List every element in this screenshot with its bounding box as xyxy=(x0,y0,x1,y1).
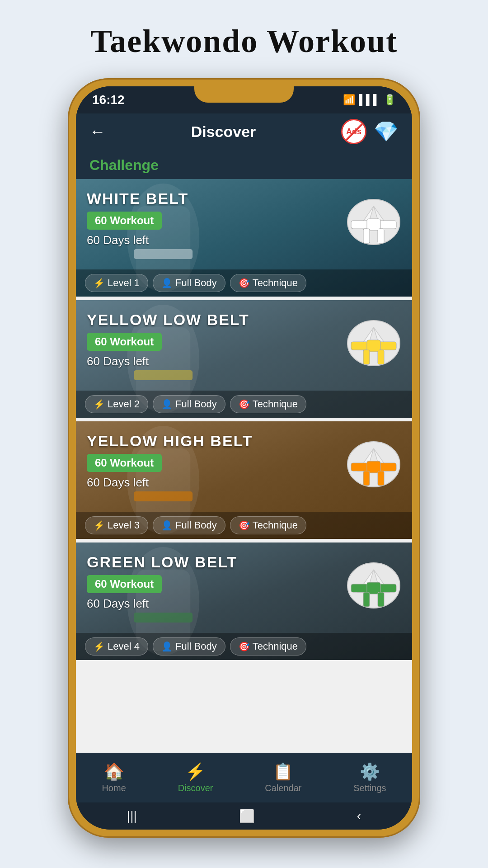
belt-info-yellow-high-belt: 60 Workout 60 Days left xyxy=(87,454,162,490)
belt-illustration-yellow-low-belt xyxy=(344,309,403,368)
nav-settings-label: Settings xyxy=(353,783,386,793)
workout-badge-yellow-low-belt: 60 Workout xyxy=(87,333,162,351)
tag-icon: 👤 xyxy=(161,278,173,288)
days-left-yellow-low-belt: 60 Days left xyxy=(87,354,162,368)
tag-label: Technique xyxy=(253,519,298,531)
settings-icon: ⚙️ xyxy=(360,762,380,781)
tag-icon: ⚡ xyxy=(94,278,105,288)
belt-tag: 👤 Full Body xyxy=(153,395,225,413)
belt-tag: ⚡ Level 2 xyxy=(85,395,148,413)
svg-rect-23 xyxy=(378,471,384,486)
tag-icon: ⚡ xyxy=(94,399,105,410)
recent-gesture-icon: ‹ xyxy=(357,809,361,823)
tag-label: Full Body xyxy=(175,277,217,289)
home-icon: 🏠 xyxy=(104,762,124,781)
header-actions: Ads 💎 xyxy=(341,119,399,144)
svg-rect-31 xyxy=(378,592,384,607)
belt-tags-white-belt: ⚡ Level 1 👤 Full Body 🎯 Technique xyxy=(76,269,412,297)
belt-title-yellow-high-belt: YELLOW HIGH BELT xyxy=(76,432,264,453)
belt-cards-list: WHITE BELT 60 Workout 60 Days left xyxy=(76,179,412,660)
days-left-green-low-belt: 60 Days left xyxy=(87,597,162,611)
calendar-icon: 📋 xyxy=(273,762,293,781)
app-title: Taekwondo Workout xyxy=(90,23,398,60)
phone-screen: 16:12 📶 ▌▌▌ 🔋 ← Discover Ads 💎 Challenge xyxy=(76,86,412,830)
svg-rect-22 xyxy=(363,471,370,486)
belt-tags-yellow-low-belt: ⚡ Level 2 👤 Full Body 🎯 Technique xyxy=(76,391,412,418)
svg-rect-7 xyxy=(378,229,384,243)
tag-icon: 👤 xyxy=(161,641,173,652)
tag-label: Full Body xyxy=(175,398,217,410)
back-button[interactable]: ← xyxy=(89,122,106,141)
tag-icon: ⚡ xyxy=(94,641,105,652)
workout-badge-green-low-belt: 60 Workout xyxy=(87,575,162,593)
belt-tag: ⚡ Level 3 xyxy=(85,516,148,534)
nav-discover[interactable]: ⚡ Discover xyxy=(178,762,213,793)
tag-label: Full Body xyxy=(175,641,217,652)
premium-diamond-icon[interactable]: 💎 xyxy=(374,120,399,143)
app-header: ← Discover Ads 💎 xyxy=(76,113,412,150)
tag-label: Technique xyxy=(253,398,298,410)
belt-card-yellow-low-belt[interactable]: YELLOW LOW BELT 60 Workout 60 Days left xyxy=(76,300,412,418)
tag-label: Full Body xyxy=(175,519,217,531)
svg-rect-14 xyxy=(363,350,370,364)
belt-illustration-green-low-belt xyxy=(344,552,403,610)
tag-label: Technique xyxy=(253,277,298,289)
belt-card-white-belt[interactable]: WHITE BELT 60 Workout 60 Days left xyxy=(76,179,412,297)
nav-discover-label: Discover xyxy=(178,783,213,793)
tag-label: Level 4 xyxy=(108,641,140,652)
home-gesture-icon: ⬜ xyxy=(239,809,255,824)
belt-tag: 👤 Full Body xyxy=(153,274,225,292)
tag-icon: 🎯 xyxy=(239,641,250,652)
belt-illustration-white-belt xyxy=(344,188,403,247)
belt-info-white-belt: 60 Workout 60 Days left xyxy=(87,212,162,247)
nav-home[interactable]: 🏠 Home xyxy=(102,762,126,793)
workout-badge-white-belt: 60 Workout xyxy=(87,212,162,230)
tag-label: Level 2 xyxy=(108,398,140,410)
svg-rect-15 xyxy=(378,350,384,364)
belt-card-yellow-high-belt[interactable]: YELLOW HIGH BELT 60 Workout 60 Days left xyxy=(76,421,412,539)
nav-settings[interactable]: ⚙️ Settings xyxy=(353,762,386,793)
belt-title-green-low-belt: GREEN LOW BELT xyxy=(76,553,248,575)
belt-tag: ⚡ Level 1 xyxy=(85,274,148,292)
tag-label: Level 1 xyxy=(108,277,140,289)
tag-icon: 🎯 xyxy=(239,399,250,410)
section-header: Challenge xyxy=(76,150,412,179)
belt-tag: 🎯 Technique xyxy=(230,516,306,534)
nav-calendar[interactable]: 📋 Calendar xyxy=(265,762,301,793)
notch xyxy=(194,86,294,103)
belt-tag: ⚡ Level 4 xyxy=(85,637,148,656)
tag-icon: 🎯 xyxy=(239,278,250,288)
svg-rect-18 xyxy=(134,491,192,501)
tag-label: Level 3 xyxy=(108,519,140,531)
bottom-nav: 🏠 Home ⚡ Discover 📋 Calendar ⚙️ Settings xyxy=(76,753,412,802)
ads-remove-button[interactable]: Ads xyxy=(341,119,366,144)
phone-shell: 16:12 📶 ▌▌▌ 🔋 ← Discover Ads 💎 Challenge xyxy=(68,78,420,838)
status-time: 16:12 xyxy=(92,93,125,107)
gesture-bar: ||| ⬜ ‹ xyxy=(76,802,412,830)
tag-icon: 👤 xyxy=(161,520,173,531)
belt-tag: 👤 Full Body xyxy=(153,637,225,656)
battery-icon: 🔋 xyxy=(384,94,396,106)
header-title: Discover xyxy=(191,123,256,141)
belt-tag: 👤 Full Body xyxy=(153,516,225,534)
nav-calendar-label: Calendar xyxy=(265,783,301,793)
belt-card-green-low-belt[interactable]: GREEN LOW BELT 60 Workout 60 Days left xyxy=(76,542,412,660)
belt-tag: 🎯 Technique xyxy=(230,637,306,656)
belt-title-yellow-low-belt: YELLOW LOW BELT xyxy=(76,311,260,332)
challenge-label: Challenge xyxy=(89,157,159,173)
tag-icon: 👤 xyxy=(161,399,173,410)
back-gesture-icon: ||| xyxy=(127,809,137,823)
nav-home-label: Home xyxy=(102,783,126,793)
tag-label: Technique xyxy=(253,641,298,652)
svg-rect-2 xyxy=(134,249,192,259)
page-title-area: Taekwondo Workout xyxy=(90,0,398,78)
workout-badge-yellow-high-belt: 60 Workout xyxy=(87,454,162,472)
days-left-yellow-high-belt: 60 Days left xyxy=(87,476,162,490)
belt-tag: 🎯 Technique xyxy=(230,274,306,292)
content-area: Challenge WHITE BELT 60 Workout 60 Days … xyxy=(76,150,412,753)
belt-illustration-yellow-high-belt xyxy=(344,430,403,489)
tag-icon: ⚡ xyxy=(94,520,105,531)
discover-icon: ⚡ xyxy=(185,762,206,781)
svg-rect-26 xyxy=(134,613,192,623)
svg-rect-6 xyxy=(363,229,370,243)
